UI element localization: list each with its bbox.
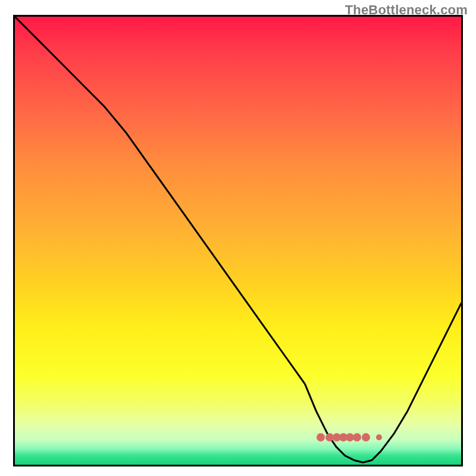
optimal-marker <box>362 433 370 441</box>
optimal-marker <box>353 433 361 441</box>
optimal-marker <box>317 433 325 441</box>
optimal-marker <box>376 434 382 440</box>
optimal-range-markers <box>15 437 461 446</box>
bottleneck-curve <box>15 17 461 465</box>
watermark-label: TheBottleneck.com <box>345 2 468 18</box>
chart-container: TheBottleneck.com <box>0 0 476 476</box>
plot-frame <box>13 15 463 465</box>
